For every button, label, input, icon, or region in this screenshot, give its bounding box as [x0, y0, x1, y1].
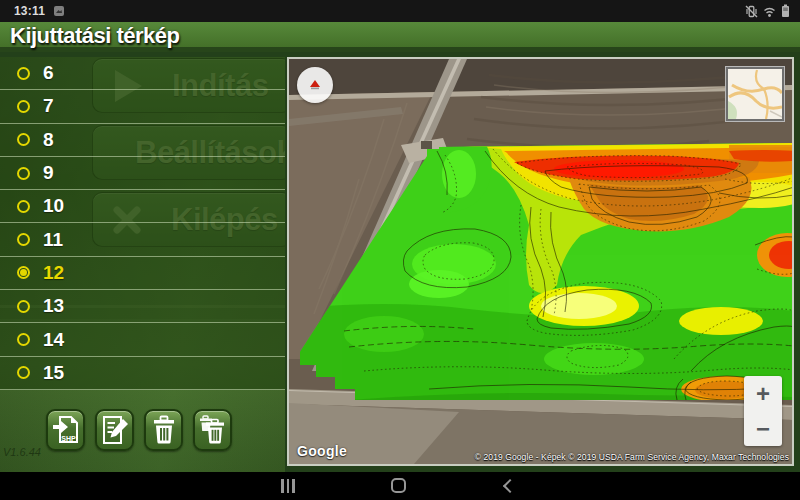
radio-selected-icon	[17, 266, 30, 279]
minimap-overview[interactable]	[726, 67, 784, 121]
radio-icon	[17, 333, 30, 346]
map-toolbar: SHP	[46, 409, 232, 451]
edit-note-icon	[101, 415, 129, 445]
shp-export-icon: SHP	[52, 415, 80, 445]
radio-icon	[17, 167, 30, 180]
radio-icon	[17, 133, 30, 146]
radio-icon	[17, 200, 30, 213]
delete-all-icon	[199, 415, 227, 445]
rate-option-8[interactable]: 8	[0, 124, 285, 157]
wifi-icon	[763, 5, 776, 18]
google-logo: Google	[297, 443, 347, 459]
page-title: Kijuttatási térkép	[10, 23, 180, 49]
shp-export-button[interactable]: SHP	[46, 409, 85, 451]
locate-vehicle-button[interactable]	[297, 67, 333, 103]
clock: 13:11	[14, 4, 45, 18]
notification-icon	[53, 5, 65, 17]
app-screen: 13:11 Kijuttatási térkép	[0, 0, 800, 500]
rate-option-15[interactable]: 15	[0, 357, 285, 390]
delete-button[interactable]	[144, 409, 183, 451]
header-bar: Kijuttatási térkép	[0, 22, 800, 52]
minimap-roads	[728, 69, 782, 119]
rate-option-9[interactable]: 9	[0, 157, 285, 190]
battery-icon	[781, 4, 790, 18]
back-icon[interactable]	[503, 479, 517, 493]
rate-option-13[interactable]: 13	[0, 290, 285, 323]
map-canvas[interactable]	[289, 59, 792, 464]
radio-icon	[17, 67, 30, 80]
android-nav-bar	[0, 472, 800, 500]
status-icons	[745, 0, 790, 22]
map-panel: + − Google © 2019 Google - Képek © 2019 …	[287, 57, 794, 466]
map-attribution: © 2019 Google - Képek © 2019 USDA Farm S…	[475, 452, 789, 462]
radio-icon	[17, 300, 30, 313]
svg-text:SHP: SHP	[61, 435, 76, 442]
recents-icon[interactable]	[281, 479, 295, 493]
rate-option-14[interactable]: 14	[0, 323, 285, 356]
rate-option-7[interactable]: 7	[0, 90, 285, 123]
radio-icon	[17, 100, 30, 113]
status-bar: 13:11	[0, 0, 800, 22]
edit-map-button[interactable]	[95, 409, 134, 451]
vehicle-marker-icon	[308, 79, 322, 91]
rate-list: 6 7 8 9 10 11	[0, 57, 285, 390]
rate-option-10[interactable]: 10	[0, 190, 285, 223]
rate-option-6[interactable]: 6	[0, 57, 285, 90]
home-icon[interactable]	[391, 478, 406, 493]
rate-option-11[interactable]: 11	[0, 223, 285, 256]
vibrate-icon	[745, 5, 758, 18]
delete-icon	[151, 415, 177, 445]
zoom-in-button[interactable]: +	[744, 376, 782, 411]
radio-icon	[17, 233, 30, 246]
rate-option-12-selected[interactable]: 12	[0, 257, 285, 290]
delete-all-button[interactable]	[193, 409, 232, 451]
app-version: V1.6.44	[3, 446, 41, 458]
zoom-out-button[interactable]: −	[744, 411, 782, 446]
radio-icon	[17, 366, 30, 379]
zoom-control: + −	[744, 376, 782, 446]
